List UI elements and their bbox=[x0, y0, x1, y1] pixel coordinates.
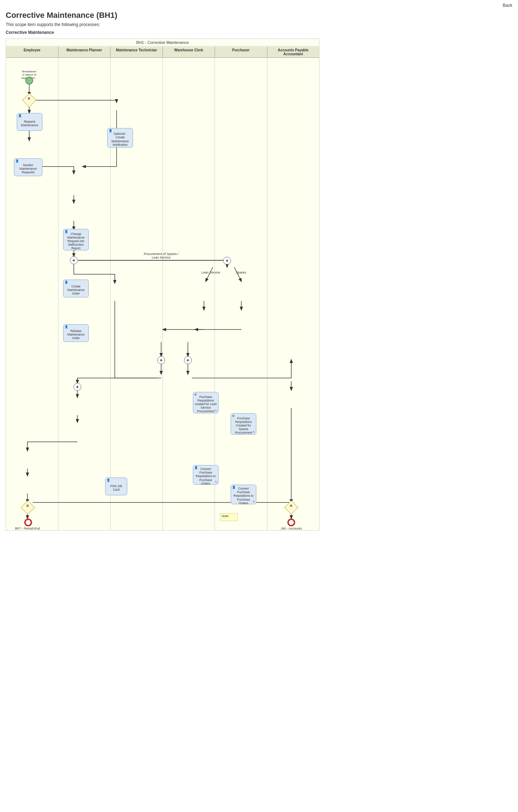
convert-pr-po-spares-task[interactable]: 👤 Convert Purchase Requisitions to Purch… bbox=[231, 485, 256, 504]
diagram-title: BH1 - Corrective Maintenance bbox=[6, 39, 319, 46]
lean-service-label: Lean Service bbox=[201, 271, 220, 274]
bf7-end-event bbox=[24, 519, 32, 526]
monitor-maintenance-task[interactable]: 👤 Monitor Maintenance Requests bbox=[14, 158, 42, 176]
lane-employee: Employee bbox=[6, 47, 58, 57]
j60-label: J60 - Accounts Payable bbox=[278, 527, 305, 531]
procurement-label: Procurement of Spares / Lean Service bbox=[142, 252, 181, 259]
bf7-label: BF7 - Period-End Closing - Maintenance..… bbox=[14, 527, 41, 531]
convert-pr-po-lean-task[interactable]: 👤 Convert Purchase Requisitions to Purch… bbox=[193, 465, 219, 485]
gateway-join-1: + bbox=[157, 356, 165, 364]
gateway-parallel-1: + bbox=[70, 256, 78, 264]
request-maintenance-task[interactable]: 👤 Request Maintenance bbox=[17, 113, 42, 131]
start-event bbox=[25, 77, 33, 85]
create-order-task[interactable]: 👤 Create Maintenance Order bbox=[63, 280, 89, 297]
lane-accountant: Accounts Payable Accountant bbox=[267, 47, 319, 57]
lane-planner: Maintenance Planner bbox=[58, 47, 111, 57]
lane-purchaser: Purchaser bbox=[215, 47, 267, 57]
note-box: Note bbox=[220, 513, 238, 521]
spares-label: Spares bbox=[236, 271, 246, 274]
back-button[interactable]: Back bbox=[503, 3, 512, 8]
page-header: Back bbox=[0, 0, 518, 11]
j60-end-event bbox=[287, 519, 295, 526]
gateway-confirm-split: + bbox=[73, 383, 81, 391]
lane-dividers bbox=[6, 58, 319, 530]
lanes-header: Employee Maintenance Planner Maintenance… bbox=[6, 47, 319, 58]
release-order-task[interactable]: 👤 Release Maintenance Order bbox=[63, 324, 89, 342]
section-title: Corrective Maintenance bbox=[6, 30, 512, 35]
page-title: Corrective Maintenance (BH1) bbox=[6, 11, 512, 20]
lane-technician: Maintenance Technician bbox=[111, 47, 163, 57]
page-subtitle: This scope item supports the following p… bbox=[6, 22, 512, 27]
print-job-task[interactable]: 👤 Print Job Card bbox=[105, 478, 127, 495]
gateway-purchaser-split: + bbox=[223, 257, 231, 265]
change-maintenance-task[interactable]: 👤 Change Maintenance Request into Malfun… bbox=[63, 229, 89, 250]
lane-warehouse: Warehouse Clerk bbox=[163, 47, 215, 57]
diagram-container: BH1 - Corrective Maintenance Employee Ma… bbox=[6, 39, 319, 531]
pr-spares-task[interactable]: ⚙ Purchase Requisitions Created for Spar… bbox=[231, 413, 256, 435]
pr-lean-service-task[interactable]: ⚙ Purchase Requisitions created for Lean… bbox=[193, 392, 219, 413]
gateway-join-2: + bbox=[184, 356, 192, 364]
optional-notification-task[interactable]: 👤 Optional - Create Maintenance Notifica… bbox=[107, 128, 133, 148]
page-content: Corrective Maintenance (BH1) This scope … bbox=[0, 11, 518, 536]
